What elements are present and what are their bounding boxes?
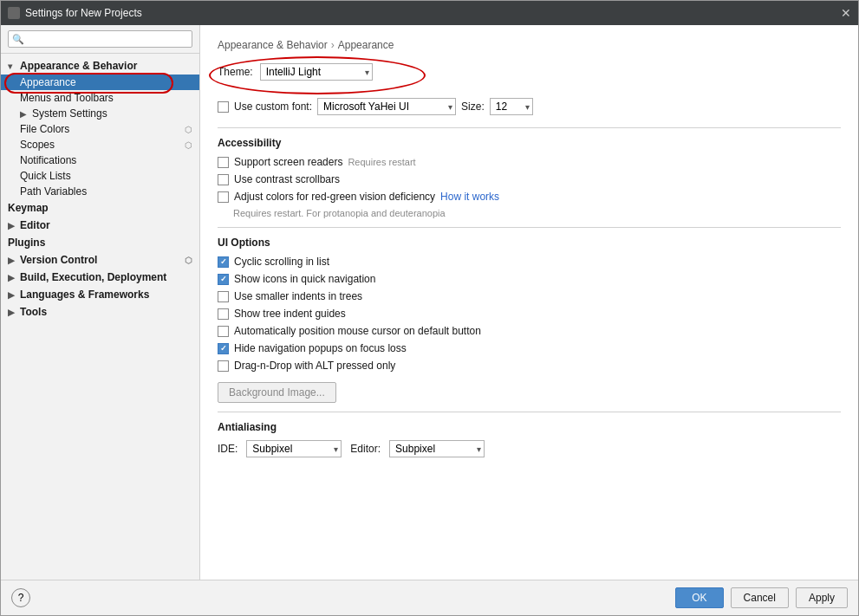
arrow-icon: ▶ — [8, 308, 16, 317]
help-button[interactable]: ? — [11, 588, 30, 607]
breadcrumb-part1: Appearance & Behavior — [218, 39, 328, 51]
option-label: Show tree indent guides — [234, 308, 346, 320]
ui-option-auto-position: Automatically position mouse cursor on d… — [218, 325, 841, 337]
sidebar-item-notifications[interactable]: Notifications — [1, 152, 199, 168]
option-label: Automatically position mouse cursor on d… — [234, 325, 481, 337]
arrow-icon: ▶ — [8, 273, 16, 282]
color-deficiency-checkbox[interactable] — [218, 191, 229, 203]
sidebar-item-label: Version Control — [20, 254, 97, 266]
search-area: 🔍 — [1, 25, 199, 54]
sidebar-item-plugins[interactable]: Plugins — [1, 234, 199, 251]
show-icons-checkbox[interactable] — [218, 274, 229, 285]
search-icon: 🔍 — [12, 34, 24, 45]
option-label: Use smaller indents in trees — [234, 290, 362, 302]
custom-font-checkbox[interactable] — [218, 101, 229, 113]
cancel-button[interactable]: Cancel — [731, 587, 789, 608]
background-image-button[interactable]: Background Image... — [218, 382, 336, 403]
sidebar-item-label: Keymap — [8, 202, 49, 214]
sidebar-item-label: Plugins — [8, 237, 45, 249]
sidebar-item-label: Notifications — [20, 154, 76, 166]
editor-aa-select-wrapper: Subpixel Greyscale None ▾ — [389, 440, 485, 457]
main-content: Appearance & Behavior › Appearance Theme… — [200, 25, 858, 580]
sidebar-item-build-execution[interactable]: ▶ Build, Execution, Deployment — [1, 269, 199, 286]
apply-button[interactable]: Apply — [796, 587, 848, 608]
requires-restart-label: Requires restart — [348, 157, 415, 167]
editor-label: Editor: — [350, 443, 381, 455]
sidebar-item-path-variables[interactable]: Path Variables — [1, 184, 199, 199]
ide-aa-select-wrapper: Subpixel Greyscale None ▾ — [246, 440, 342, 457]
sidebar-item-version-control[interactable]: ▶ Version Control ⬡ — [1, 251, 199, 269]
sidebar-item-label: Editor — [20, 219, 50, 231]
color-deficiency-note: Requires restart. For protanopia and deu… — [233, 208, 841, 218]
sidebar-item-system-settings[interactable]: ▶ System Settings — [1, 106, 199, 121]
sidebar-item-label: System Settings — [32, 107, 107, 120]
sidebar-item-label: Quick Lists — [20, 170, 71, 182]
ok-button[interactable]: OK — [675, 587, 723, 608]
option-label: Adjust colors for red-green vision defic… — [234, 191, 435, 203]
sidebar-item-editor[interactable]: ▶ Editor — [1, 217, 199, 234]
vc-icon: ⬡ — [185, 256, 192, 265]
sidebar-item-label: Languages & Frameworks — [20, 289, 149, 301]
sidebar-item-label: Appearance & Behavior — [20, 60, 137, 72]
ui-option-smaller-indents: Use smaller indents in trees — [218, 290, 841, 302]
arrow-icon: ▾ — [8, 62, 16, 71]
antialiasing-section: Antialiasing IDE: Subpixel Greyscale Non… — [218, 421, 841, 457]
sidebar-item-languages-frameworks[interactable]: ▶ Languages & Frameworks — [1, 286, 199, 303]
ui-option-cyclic-scrolling: Cyclic scrolling in list — [218, 256, 841, 268]
theme-select[interactable]: IntelliJ Light Darcula High contrast Win… — [260, 63, 373, 81]
contrast-scrollbars-checkbox[interactable] — [218, 174, 229, 185]
ui-options-header: UI Options — [218, 237, 841, 249]
theme-label: Theme: — [218, 66, 253, 78]
sidebar-item-tools[interactable]: ▶ Tools — [1, 303, 199, 321]
antialiasing-row: IDE: Subpixel Greyscale None ▾ Editor: S… — [218, 440, 841, 457]
breadcrumb: Appearance & Behavior › Appearance — [218, 39, 841, 51]
hide-nav-popups-checkbox[interactable] — [218, 343, 229, 354]
how-it-works-link[interactable]: How it works — [440, 191, 499, 203]
accessibility-option-contrast-scrollbars: Use contrast scrollbars — [218, 173, 841, 185]
sidebar-item-label: Tools — [20, 306, 47, 318]
tree-indent-guides-checkbox[interactable] — [218, 308, 229, 320]
cyclic-scrolling-checkbox[interactable] — [218, 256, 229, 268]
option-label: Drag-n-Drop with ALT pressed only — [234, 360, 395, 372]
scopes-icon: ⬡ — [185, 140, 192, 150]
auto-position-checkbox[interactable] — [218, 326, 229, 337]
accessibility-option-color-deficiency: Adjust colors for red-green vision defic… — [218, 191, 841, 203]
sidebar-item-keymap[interactable]: Keymap — [1, 199, 199, 217]
sidebar-item-quick-lists[interactable]: Quick Lists — [1, 168, 199, 184]
sidebar-item-scopes[interactable]: Scopes ⬡ — [1, 137, 199, 152]
ide-aa-select[interactable]: Subpixel Greyscale None — [246, 440, 342, 457]
size-label: Size: — [461, 101, 485, 113]
search-input[interactable] — [28, 33, 188, 45]
antialiasing-header: Antialiasing — [218, 421, 841, 433]
smaller-indents-checkbox[interactable] — [218, 291, 229, 302]
font-select[interactable]: Microsoft YaHei UI — [317, 98, 456, 115]
sidebar-item-label: Scopes — [20, 139, 55, 151]
arrow-icon: ▶ — [8, 256, 16, 265]
ui-option-tree-indent-guides: Show tree indent guides — [218, 308, 841, 320]
sidebar-item-appearance[interactable]: Appearance — [1, 75, 199, 90]
editor-aa-select[interactable]: Subpixel Greyscale None — [389, 440, 485, 457]
custom-font-row: Use custom font: Microsoft YaHei UI ▾ Si… — [218, 98, 841, 115]
option-label: Hide navigation popups on focus loss — [234, 342, 407, 354]
sidebar-item-label: File Colors — [20, 123, 69, 135]
drag-drop-alt-checkbox[interactable] — [218, 360, 229, 372]
sidebar-item-file-colors[interactable]: File Colors ⬡ — [1, 121, 199, 137]
option-label: Support screen readers — [234, 156, 342, 168]
dialog-title: Settings for New Projects — [25, 7, 142, 19]
sidebar-item-label: Menus and Toolbars — [20, 92, 114, 104]
accessibility-option-screen-readers: Support screen readers Requires restart — [218, 156, 841, 168]
size-select[interactable]: 12 10 11 13 14 — [490, 98, 533, 115]
app-icon — [8, 7, 20, 19]
breadcrumb-separator: › — [331, 39, 335, 51]
footer-left: ? — [11, 588, 30, 607]
sidebar-item-menus-toolbars[interactable]: Menus and Toolbars — [1, 90, 199, 106]
close-button[interactable]: ✕ — [841, 7, 851, 19]
screen-readers-checkbox[interactable] — [218, 157, 229, 168]
ui-options-section: UI Options Cyclic scrolling in list Show… — [218, 237, 841, 403]
ui-option-show-icons: Show icons in quick navigation — [218, 273, 841, 285]
file-colors-icon: ⬡ — [185, 125, 192, 134]
ui-option-hide-nav-popups: Hide navigation popups on focus loss — [218, 342, 841, 354]
option-label: Use contrast scrollbars — [234, 173, 340, 185]
size-select-wrapper: 12 10 11 13 14 ▾ — [490, 98, 533, 115]
sidebar-item-appearance-behavior[interactable]: ▾ Appearance & Behavior — [1, 57, 199, 75]
